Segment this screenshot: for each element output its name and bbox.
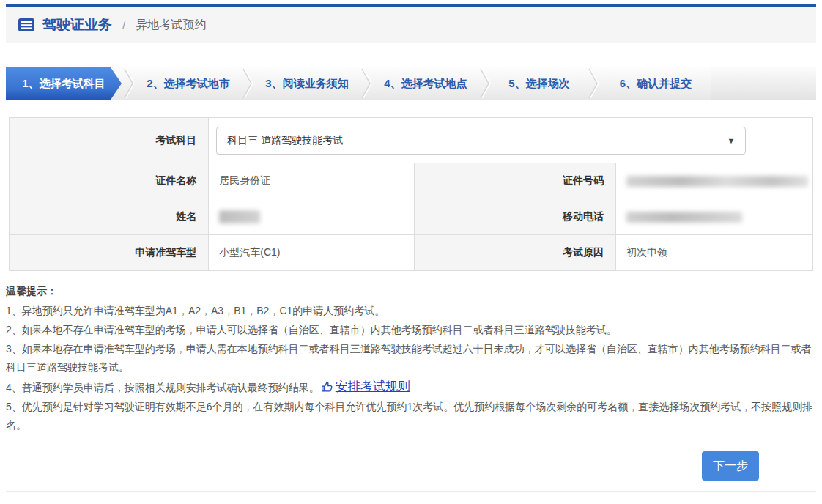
value-vehicle-type: 小型汽车(C1) xyxy=(209,235,415,271)
exam-rules-link[interactable]: 安排考试规则 xyxy=(321,377,410,396)
breadcrumb-separator: / xyxy=(122,19,125,32)
wizard-steps: 1、选择考试科目 2、选择考试地市 3、阅读业务须知 4、选择考试地点 5、选择 xyxy=(6,67,816,100)
redacted-mobile-phone xyxy=(626,212,742,223)
tip-item-5: 5、优先预约是针对学习驾驶证明有效期不足6个月的，在有效期内每个科目允许优先预约… xyxy=(6,398,816,434)
value-exam-reason: 初次申领 xyxy=(615,235,812,271)
step-label: 4、选择考试地点 xyxy=(384,77,467,91)
applicant-info-table: 考试科目 科目三 道路驾驶技能考试 ▼ 证件名称 居民身份证 证件号码 姓名 移… xyxy=(9,117,813,271)
table-row: 姓名 移动电话 xyxy=(10,199,813,235)
step-1-select-exam-subject[interactable]: 1、选择考试科目 xyxy=(6,67,122,100)
table-row: 申请准驾车型 小型汽车(C1) 考试原因 初次申领 xyxy=(10,235,813,271)
breadcrumb-section[interactable]: 驾驶证业务 xyxy=(42,15,112,34)
redacted-id-number xyxy=(626,176,808,187)
tips-title: 温馨提示： xyxy=(6,283,816,299)
step-label: 1、选择考试科目 xyxy=(22,77,105,91)
list-icon xyxy=(18,16,35,34)
table-row: 考试科目 科目三 道路驾驶技能考试 ▼ xyxy=(10,118,813,163)
exam-subject-selected-value: 科目三 道路驾驶技能考试 xyxy=(227,134,343,147)
step-3-read-business-notice[interactable]: 3、阅读业务须知 xyxy=(255,67,359,100)
tip-item-1: 1、异地预约只允许申请准驾车型为A1，A2，A3，B1，B2，C1的申请人预约考… xyxy=(6,302,816,320)
table-row: 证件名称 居民身份证 证件号码 xyxy=(10,163,813,199)
label-exam-reason: 考试原因 xyxy=(415,235,616,271)
tip-item-4-text: 4、普通预约学员申请后，按照相关规则安排考试确认最终预约结果。 xyxy=(6,382,319,393)
step-4-select-exam-site[interactable]: 4、选择考试地点 xyxy=(374,67,478,100)
dropdown-arrow-icon: ▼ xyxy=(727,136,735,145)
tip-item-4: 4、普通预约学员申请后，按照相关规则安排考试确认最终预约结果。安排考试规则 xyxy=(6,377,816,397)
page: 驾驶证业务 / 异地考试预约 1、选择考试科目 2、选择考试地市 3、阅读业务须… xyxy=(0,4,822,492)
step-label: 2、选择考试地市 xyxy=(147,77,229,91)
chevron-separator-icon xyxy=(359,67,374,100)
next-step-button[interactable]: 下一步 xyxy=(702,451,759,481)
chevron-separator-icon xyxy=(122,67,136,100)
exam-rules-link-label: 安排考试规则 xyxy=(336,377,410,396)
label-name: 姓名 xyxy=(10,199,209,235)
label-vehicle-type: 申请准驾车型 xyxy=(10,235,209,271)
step-label: 3、阅读业务须知 xyxy=(265,77,348,91)
tips-section: 温馨提示： 1、异地预约只允许申请准驾车型为A1，A2，A3，B1，B2，C1的… xyxy=(6,283,816,434)
thumbs-up-icon xyxy=(321,380,333,393)
breadcrumb: 驾驶证业务 / 异地考试预约 xyxy=(6,7,816,43)
step-2-select-exam-city[interactable]: 2、选择考试地市 xyxy=(136,67,240,100)
footer-actions: 下一步 xyxy=(6,442,816,492)
chevron-separator-icon xyxy=(586,67,601,100)
breadcrumb-current-page: 异地考试预约 xyxy=(136,18,206,33)
value-id-type: 居民身份证 xyxy=(209,163,415,199)
steps-filler xyxy=(711,67,816,100)
label-id-number: 证件号码 xyxy=(415,163,616,199)
tip-item-2: 2、如果本地不存在申请准驾车型的考场，申请人可以选择省（自治区、直辖市）内其他考… xyxy=(6,321,816,339)
step-5-select-session[interactable]: 5、选择场次 xyxy=(492,67,586,100)
tip-item-3: 3、如果本地存在申请准驾车型的考场，申请人需在本地预约科目二或者科目三道路驾驶技… xyxy=(6,340,816,377)
step-label: 6、确认并提交 xyxy=(620,77,692,91)
redacted-name xyxy=(219,210,260,223)
label-mobile-phone: 移动电话 xyxy=(415,199,616,235)
label-id-type: 证件名称 xyxy=(10,163,209,199)
exam-subject-select[interactable]: 科目三 道路驾驶技能考试 ▼ xyxy=(216,127,746,155)
step-6-confirm-and-submit[interactable]: 6、确认并提交 xyxy=(601,67,711,100)
label-exam-subject: 考试科目 xyxy=(10,118,209,163)
chevron-separator-icon xyxy=(478,67,492,100)
chevron-separator-icon xyxy=(240,67,255,100)
step-label: 5、选择场次 xyxy=(508,77,569,91)
